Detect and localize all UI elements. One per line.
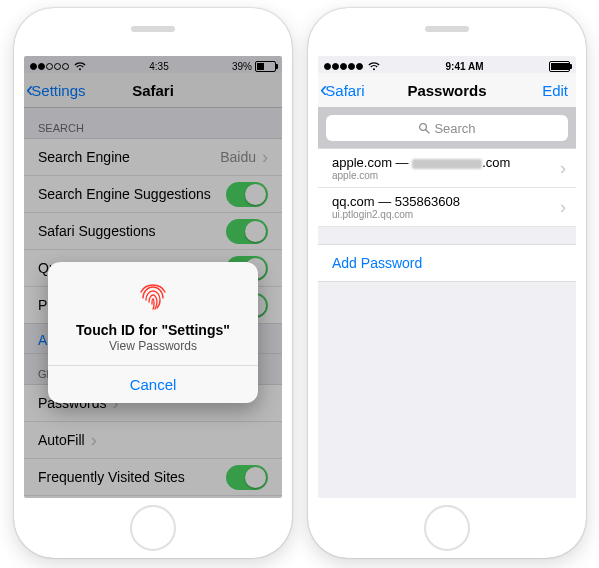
password-list[interactable]: apple.com — .com apple.com › qq.com — 53… bbox=[318, 148, 576, 227]
signal-dots bbox=[324, 62, 380, 71]
home-button[interactable] bbox=[424, 505, 470, 551]
edit-button[interactable]: Edit bbox=[542, 82, 568, 99]
password-title-prefix: apple.com — bbox=[332, 155, 412, 170]
iphone-frame-left: 4:35 39% ‹ Settings Safari SEARCH Search… bbox=[14, 8, 292, 558]
touch-id-alert: Touch ID for "Settings" View Passwords C… bbox=[48, 262, 258, 403]
add-password-button[interactable]: Add Password bbox=[318, 244, 576, 282]
screen-left: 4:35 39% ‹ Settings Safari SEARCH Search… bbox=[24, 56, 282, 498]
speaker bbox=[425, 26, 469, 32]
search-input[interactable]: Search bbox=[326, 115, 568, 141]
battery bbox=[549, 61, 570, 72]
back-button[interactable]: ‹ Safari bbox=[318, 82, 365, 99]
svg-line-1 bbox=[426, 130, 429, 133]
search-placeholder: Search bbox=[434, 121, 475, 136]
back-label: Safari bbox=[325, 82, 364, 99]
password-title: qq.com — 535863608 bbox=[332, 194, 562, 209]
nav-bar: ‹ Safari Passwords Edit bbox=[318, 73, 576, 108]
chevron-right-icon: › bbox=[560, 197, 566, 218]
password-row[interactable]: qq.com — 535863608 ui.ptlogin2.qq.com › bbox=[318, 188, 576, 227]
home-button[interactable] bbox=[130, 505, 176, 551]
search-bar-container: Search bbox=[318, 108, 576, 148]
svg-point-0 bbox=[420, 124, 427, 131]
password-title-suffix: .com bbox=[482, 155, 510, 170]
status-bar: 9:41 AM bbox=[318, 56, 576, 73]
screen-right: 9:41 AM ‹ Safari Passwords Edit Search bbox=[318, 56, 576, 498]
status-time: 9:41 AM bbox=[446, 61, 484, 72]
touch-id-icon bbox=[135, 278, 171, 314]
speaker bbox=[131, 26, 175, 32]
add-password-label: Add Password bbox=[332, 255, 422, 271]
password-subtitle: ui.ptlogin2.qq.com bbox=[332, 209, 562, 220]
alert-title: Touch ID for "Settings" bbox=[58, 322, 248, 338]
iphone-frame-right: 9:41 AM ‹ Safari Passwords Edit Search bbox=[308, 8, 586, 558]
obscured-text bbox=[412, 159, 482, 169]
password-subtitle: apple.com bbox=[332, 170, 562, 181]
password-row[interactable]: apple.com — .com apple.com › bbox=[318, 148, 576, 188]
alert-cancel-button[interactable]: Cancel bbox=[48, 365, 258, 403]
search-icon bbox=[418, 122, 430, 134]
password-title: apple.com — .com bbox=[332, 155, 562, 170]
wifi-icon bbox=[368, 62, 380, 71]
chevron-right-icon: › bbox=[560, 158, 566, 179]
alert-message: View Passwords bbox=[58, 339, 248, 353]
